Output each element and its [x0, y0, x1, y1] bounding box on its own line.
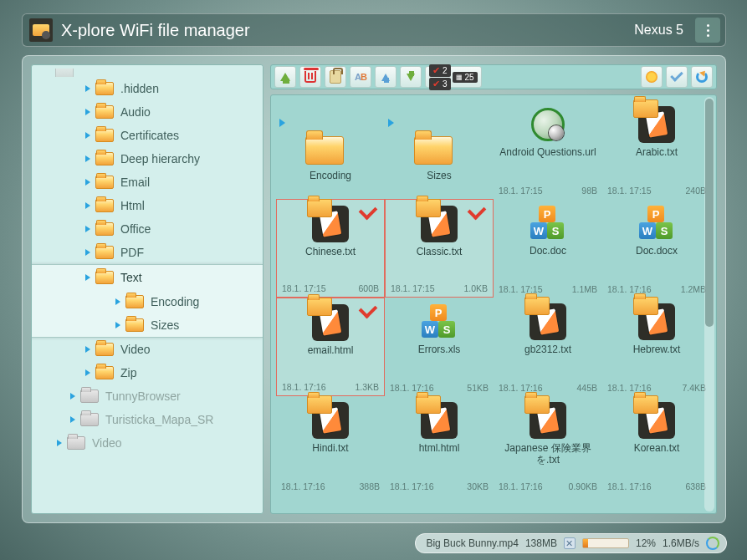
rename-button[interactable]: AB — [350, 66, 371, 88]
file-cell[interactable]: PWSDoc.docx18.1. 17:161.2MB — [602, 199, 711, 298]
transfer-size: 138MB — [525, 537, 557, 549]
file-cell[interactable]: Hindi.txt18.1. 17:16388B — [276, 396, 385, 495]
tree-item-active[interactable]: Text — [32, 265, 263, 290]
file-cell[interactable]: Classic.txt18.1. 17:151.0KB — [385, 199, 494, 298]
menu-button[interactable] — [695, 18, 720, 43]
folder-icon — [95, 271, 114, 284]
folder-cell[interactable]: Encoding — [276, 100, 385, 199]
file-cell[interactable]: PWSDoc.doc18.1. 17:151.1MB — [494, 199, 602, 298]
tree-item[interactable]: .hidden — [32, 77, 263, 100]
file-cell[interactable]: Korean.txt18.1. 17:16638B — [602, 396, 711, 495]
file-name: Sizes — [388, 171, 490, 184]
tree-item[interactable]: Video — [32, 431, 263, 455]
expand-icon[interactable] — [85, 132, 90, 139]
clipboard-button[interactable] — [325, 66, 346, 88]
expand-icon[interactable] — [85, 155, 90, 162]
kebab-icon — [707, 24, 709, 37]
tree-item[interactable]: Certificates — [32, 124, 263, 147]
expand-icon[interactable] — [115, 322, 120, 328]
folder-cell[interactable]: Sizes — [385, 100, 494, 199]
expand-icon[interactable] — [85, 109, 90, 115]
tree-item-label: TunnyBrowser — [105, 389, 181, 403]
tree-item-label: Video — [92, 436, 122, 450]
selected-check-icon — [359, 300, 378, 319]
file-date: 18.1. 17:16 — [390, 481, 434, 491]
expand-icon[interactable] — [57, 440, 62, 446]
header-bar: X-plore WiFi file manager Nexus 5 — [22, 13, 726, 47]
file-size: 98B — [581, 186, 597, 196]
expand-icon[interactable] — [279, 119, 285, 127]
vertical-scrollbar[interactable] — [704, 97, 714, 512]
file-date: 18.1. 17:16 — [607, 481, 652, 491]
expand-icon[interactable] — [85, 179, 90, 186]
file-name: Hindi.txt — [279, 443, 381, 456]
expand-icon[interactable] — [85, 202, 90, 209]
main-panel: .hiddenAudioCertificatesDeep hierarchyEm… — [22, 55, 726, 523]
tree-item[interactable]: Encoding — [32, 290, 263, 313]
selection-counter[interactable]: ✔2 ✔3 ▦25 — [425, 66, 482, 88]
app-icon — [29, 18, 53, 42]
download-button[interactable] — [400, 66, 422, 88]
tree-item[interactable]: Sizes — [32, 313, 263, 337]
file-cell[interactable]: email.html18.1. 17:161.3KB — [276, 298, 385, 396]
transfer-percent: 12% — [636, 537, 656, 549]
file-cell[interactable]: Japanese 保険業界を.txt18.1. 17:160.90KB — [494, 396, 602, 495]
tree-item-label: Encoding — [151, 295, 199, 308]
tree-item[interactable]: Audio — [32, 100, 263, 124]
total-count: 25 — [465, 73, 474, 82]
file-size: 1.2MB — [681, 284, 706, 294]
folder-tree[interactable]: .hiddenAudioCertificatesDeep hierarchyEm… — [31, 64, 263, 514]
expand-icon[interactable] — [115, 298, 120, 305]
tree-item-label: Sizes — [151, 318, 179, 332]
tree-item[interactable]: Html — [32, 194, 263, 217]
file-date: 18.1. 17:15 — [499, 186, 543, 196]
tree-item[interactable]: Turisticka_Mapa_SR — [32, 408, 263, 431]
delete-button[interactable] — [299, 66, 321, 88]
office-icon: PWS — [530, 206, 565, 241]
file-cell[interactable]: Chinese.txt18.1. 17:15600B — [276, 199, 385, 298]
tree-item[interactable]: TunnyBrowser — [32, 384, 263, 408]
expand-icon[interactable] — [388, 119, 394, 127]
expand-icon[interactable] — [85, 369, 90, 376]
tree-item-label: Office — [120, 222, 151, 236]
device-name: Nexus 5 — [634, 23, 683, 38]
file-size: 1.1MB — [572, 284, 597, 294]
expand-icon[interactable] — [85, 85, 90, 92]
folder-icon — [95, 199, 114, 212]
file-cell[interactable]: PWSErrors.xls18.1. 17:1651KB — [385, 298, 494, 396]
text-file-icon — [530, 303, 566, 340]
scrollbar-thumb[interactable] — [705, 99, 714, 327]
file-cell[interactable]: html.html18.1. 17:1630KB — [385, 396, 494, 495]
text-file-icon — [638, 303, 675, 340]
tree-item[interactable]: Deep hierarchy — [32, 147, 263, 171]
expand-icon[interactable] — [85, 226, 90, 232]
folder-icon — [125, 295, 144, 308]
tree-item[interactable]: Video — [32, 338, 263, 361]
refresh-button[interactable] — [691, 66, 713, 88]
file-date: 18.1. 17:15 — [282, 283, 326, 293]
select-all-button[interactable] — [666, 66, 688, 88]
tree-item-label: PDF — [120, 246, 144, 259]
tree-item[interactable]: Office — [32, 217, 263, 241]
upload-button[interactable] — [375, 66, 397, 88]
file-cell[interactable]: gb2312.txt18.1. 17:16445B — [494, 298, 602, 396]
text-file-icon — [312, 304, 349, 341]
new-button[interactable] — [641, 66, 663, 88]
tree-item[interactable]: Email — [32, 171, 263, 194]
expand-icon[interactable] — [85, 249, 90, 256]
expand-icon[interactable] — [85, 274, 90, 281]
file-date: 18.1. 17:15 — [391, 283, 435, 293]
cancel-transfer-button[interactable]: ✕ — [564, 537, 576, 549]
file-grid[interactable]: EncodingSizesAndroid Questions.url18.1. … — [270, 94, 717, 514]
tree-item[interactable]: PDF — [32, 241, 263, 264]
tree-item[interactable]: Zip — [32, 361, 263, 384]
file-cell[interactable]: Arabic.txt18.1. 17:15240B — [602, 100, 711, 199]
file-cell[interactable]: Android Questions.url18.1. 17:1598B — [494, 100, 602, 199]
file-name: Chinese.txt — [280, 247, 381, 260]
expand-icon[interactable] — [70, 393, 75, 400]
up-level-button[interactable] — [274, 66, 296, 88]
expand-icon[interactable] — [70, 416, 75, 423]
text-file-icon — [421, 402, 458, 439]
file-cell[interactable]: Hebrew.txt18.1. 17:167.4KB — [602, 298, 711, 396]
expand-icon[interactable] — [85, 346, 90, 353]
